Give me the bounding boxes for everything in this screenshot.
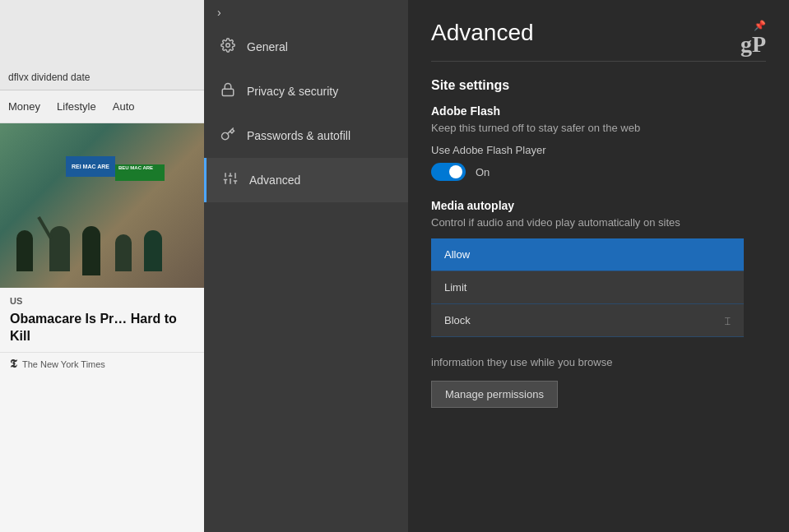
permissions-section: information they use while you browse Ma… (431, 355, 766, 407)
autoplay-option-allow[interactable]: Allow (431, 238, 744, 271)
advanced-label: Advanced (249, 173, 300, 187)
back-chevron-icon[interactable]: › (217, 6, 221, 19)
adobe-flash-name: Adobe Flash (431, 104, 766, 118)
adobe-flash-group: Adobe Flash Keep this turned off to stay… (431, 104, 766, 181)
sliders-icon (223, 171, 238, 189)
general-label: General (247, 40, 288, 53)
settings-panel: Advanced 📌 gP Site settings Adobe Flash … (408, 0, 789, 532)
svg-point-0 (226, 44, 230, 48)
sidebar-item-advanced[interactable]: Advanced (204, 158, 408, 202)
settings-divider (431, 61, 766, 62)
permissions-text: information they use while you browse (431, 355, 766, 370)
brand-area: 📌 gP (740, 20, 766, 56)
settings-header: Advanced 📌 gP (431, 20, 766, 56)
lock-icon (220, 82, 235, 100)
autoplay-option-limit[interactable]: Limit (431, 271, 744, 304)
sidebar-item-general[interactable]: General (204, 25, 408, 69)
article-source: 𝕿 The New York Times (0, 352, 204, 376)
privacy-security-label: Privacy & security (247, 85, 338, 98)
page-title: Advanced (431, 20, 534, 46)
settings-title-area: Advanced (431, 20, 534, 49)
source-name: The New York Times (22, 359, 105, 369)
brand-logo: gP (740, 33, 766, 56)
nav-lifestyle[interactable]: Lifestyle (52, 97, 101, 116)
adobe-flash-desc: Keep this turned off to stay safer on th… (431, 121, 766, 136)
key-icon (220, 127, 235, 145)
media-autoplay-name: Media autoplay (431, 199, 766, 212)
toggle-on-label: On (476, 166, 490, 178)
sidebar-item-privacy-security[interactable]: Privacy & security (204, 69, 408, 113)
nyt-icon: 𝕿 (10, 358, 17, 371)
browser-nav-links: Money Lifestyle Auto (0, 90, 204, 123)
site-settings-label: Site settings (431, 78, 766, 93)
sidebar-item-passwords-autofill[interactable]: Passwords & autofill (204, 113, 408, 158)
toggle-thumb (449, 165, 462, 178)
nav-auto[interactable]: Auto (108, 97, 140, 116)
media-autoplay-group: Media autoplay Control if audio and vide… (431, 199, 766, 337)
autoplay-option-block[interactable]: Block ⌶ (431, 304, 744, 337)
adobe-flash-toggle[interactable] (431, 163, 466, 181)
autoplay-dropdown[interactable]: Allow Limit Block ⌶ (431, 238, 744, 337)
article-area: REI MAC ARE BEU MAC ARE US Obamacare Is … (0, 123, 204, 376)
article-title: Obamacare Is Pr… Hard to Kill (0, 308, 204, 352)
pin-icon: 📌 (740, 20, 766, 31)
browser-content: dflvx dividend date Money Lifestyle Auto… (0, 0, 204, 532)
media-autoplay-desc: Control if audio and video play automati… (431, 215, 766, 230)
toggle-row: On (431, 163, 766, 181)
adobe-flash-sub-label: Use Adobe Flash Player (431, 144, 766, 156)
nav-money[interactable]: Money (3, 97, 45, 116)
browser-top-bar: dflvx dividend date (0, 0, 204, 90)
svg-rect-1 (222, 89, 234, 95)
gear-icon (220, 38, 235, 56)
nav-panel: › General Privacy & security Passwords &… (204, 0, 408, 532)
nav-panel-top: › (204, 0, 408, 25)
passwords-autofill-label: Passwords & autofill (247, 129, 350, 142)
article-image: REI MAC ARE BEU MAC ARE (0, 123, 204, 288)
article-category: US (0, 288, 204, 308)
top-bar-text: dflvx dividend date (8, 72, 90, 83)
manage-permissions-button[interactable]: Manage permissions (431, 381, 558, 408)
